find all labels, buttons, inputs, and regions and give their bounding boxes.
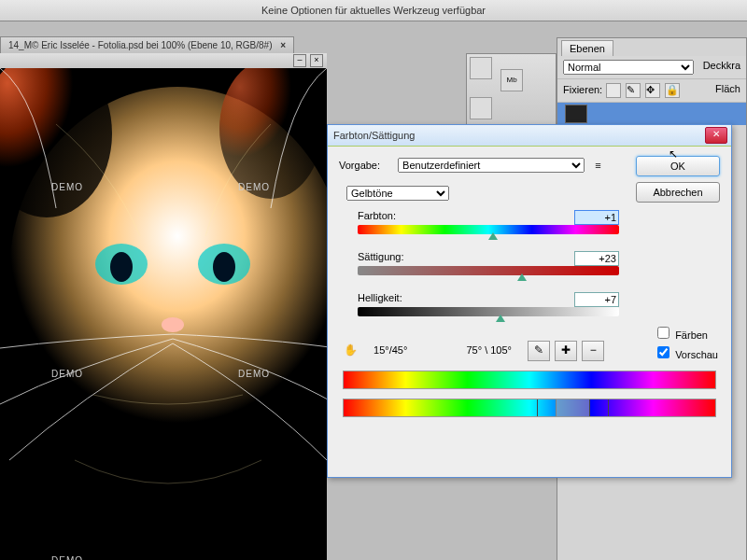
close-icon[interactable]: × (310, 54, 323, 67)
lock-label: Fixieren: (563, 84, 602, 95)
hue-label: Farbton: (358, 210, 442, 221)
range-marker[interactable] (589, 399, 590, 416)
lock-row: Fixieren: ✎ ✥ 🔒 Fläch (557, 79, 746, 103)
preset-select[interactable]: Benutzerdefiniert (398, 158, 585, 173)
checkbox-group: Färben Vorschau (654, 322, 718, 363)
opacity-label: Deckkra (703, 60, 740, 71)
range-deg-2: 75° \ 105° (466, 344, 512, 356)
sat-input[interactable] (574, 251, 619, 266)
preset-label: Vorgabe: (339, 160, 395, 171)
dialog-titlebar[interactable]: Farbton/Sättigung ✕ (328, 125, 731, 147)
lig-input[interactable] (574, 292, 619, 307)
range-marker[interactable] (608, 399, 609, 416)
lig-label: Helligkeit: (358, 292, 442, 303)
cancel-button[interactable]: Abbrechen (636, 182, 720, 203)
channel-select[interactable]: Gelbtöne (346, 186, 449, 201)
layer-thumb (565, 105, 587, 123)
watermark: DEMO (51, 182, 83, 192)
lig-thumb[interactable] (496, 315, 505, 322)
lock-move-icon[interactable]: ✥ (645, 83, 660, 98)
lock-transparent-icon[interactable] (606, 83, 621, 98)
watermark: DEMO (238, 369, 270, 379)
blend-mode-row: Normal Deckkra (557, 56, 746, 79)
range-marker[interactable] (537, 399, 538, 416)
svg-point-7 (162, 317, 184, 332)
fill-label: Fläch (715, 83, 740, 94)
sat-thumb[interactable] (517, 273, 527, 281)
spectrum-bottom[interactable] (343, 399, 716, 417)
close-tab-icon[interactable]: × (280, 40, 286, 50)
document-tab-label: 14_M© Eric Isselée - Fotolia.psd bei 100… (8, 40, 273, 50)
hue-sat-dialog: Farbton/Sättigung ✕ OK Abbrechen Vorgabe… (327, 124, 732, 478)
hand-icon[interactable]: ✋ (340, 342, 360, 360)
dialog-title: Farbton/Sättigung (333, 130, 415, 141)
layer-row-selected[interactable] (557, 103, 746, 125)
watermark: DEMO (51, 369, 83, 379)
canvas-window-chrome: – × (0, 53, 327, 69)
eyedropper-icon[interactable]: ✎ (528, 341, 550, 361)
spectrum-top[interactable] (343, 371, 716, 389)
colorize-check[interactable]: Färben (654, 324, 718, 342)
document-tab[interactable]: 14_M© Eric Isselée - Fotolia.psd bei 100… (0, 36, 294, 54)
hue-slider[interactable] (358, 225, 619, 234)
sat-label: Sättigung: (358, 251, 442, 262)
range-deg-1: 15°/45° (374, 344, 407, 356)
mb-icon[interactable]: Mb (500, 69, 523, 91)
blend-mode-select[interactable]: Normal (563, 60, 694, 75)
watermark: DEMO (51, 555, 83, 560)
preview-check[interactable]: Vorschau (654, 343, 718, 361)
image-content (0, 68, 327, 560)
preset-menu-icon[interactable]: ≡ (595, 160, 600, 171)
lock-paint-icon[interactable]: ✎ (626, 83, 641, 98)
ok-button[interactable]: OK (636, 156, 720, 176)
hue-thumb[interactable] (488, 232, 498, 240)
eyedropper-add-icon[interactable]: ✚ (555, 341, 577, 361)
svg-point-6 (213, 252, 235, 282)
svg-point-5 (110, 252, 133, 282)
options-bar: Keine Optionen für aktuelles Werkzeug ve… (0, 0, 747, 21)
dialog-close-button[interactable]: ✕ (705, 127, 727, 144)
sat-slider[interactable] (358, 266, 619, 275)
lig-slider[interactable] (358, 307, 619, 316)
range-fill (556, 399, 589, 416)
minimize-icon[interactable]: – (293, 54, 306, 67)
grid-icon[interactable] (470, 97, 492, 119)
canvas[interactable]: – × DEMO DEMO DEMO DEMO DEMO (0, 53, 327, 560)
watermark: DEMO (238, 182, 270, 192)
layers-tab[interactable]: Ebenen (561, 40, 613, 56)
hue-input[interactable] (574, 210, 619, 225)
lock-all-icon[interactable]: 🔒 (665, 83, 680, 98)
toolstrip: Mb (466, 53, 557, 125)
eyedropper-sub-icon[interactable]: − (582, 341, 604, 361)
app-icon[interactable] (470, 57, 492, 79)
